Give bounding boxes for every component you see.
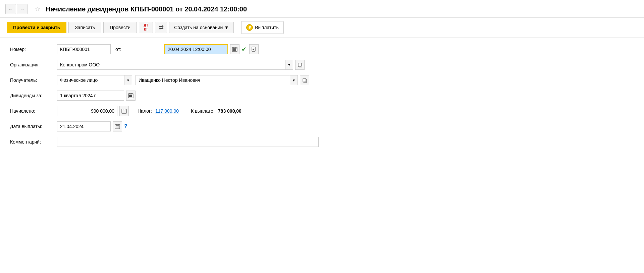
org-dropdown-button[interactable]: ▼ — [285, 60, 293, 70]
svg-rect-8 — [233, 48, 236, 49]
back-button[interactable]: ← — [5, 4, 16, 14]
svg-rect-53 — [116, 124, 117, 125]
row-accrued: Начислено: — [10, 106, 634, 116]
dt-label: ДТ — [144, 23, 148, 28]
label-org: Организация: — [10, 62, 57, 67]
controls-dividends-for — [57, 91, 634, 101]
label-dividends-for: Дивиденды за: — [10, 93, 57, 98]
recipient-type-container: ▼ — [57, 75, 132, 85]
svg-rect-52 — [118, 127, 118, 128]
comment-input[interactable] — [57, 137, 319, 147]
svg-rect-48 — [117, 126, 117, 127]
forward-button[interactable]: → — [17, 4, 28, 14]
pay-button[interactable]: ₽ Выплатить — [241, 21, 284, 34]
post-and-close-button[interactable]: Провести и закрыть — [7, 22, 66, 33]
controls-number: от: ✔ — [57, 44, 634, 54]
controls-pay-date: ? — [57, 121, 634, 131]
svg-rect-37 — [122, 111, 123, 111]
calendar-icon-2 — [128, 93, 133, 98]
copy-icon-2 — [302, 78, 307, 83]
calendar-icon-3 — [121, 108, 127, 114]
svg-rect-34 — [131, 93, 132, 94]
svg-rect-43 — [123, 109, 123, 110]
row-org: Организация: ▼ — [10, 60, 634, 70]
doc-icon — [251, 47, 257, 52]
label-number: Номер: — [10, 47, 57, 52]
recipient-name-dropdown[interactable]: ▼ — [290, 75, 298, 85]
controls-recipient: ▼ ▼ — [57, 75, 634, 85]
svg-rect-19 — [253, 49, 255, 49]
create-basis-button[interactable]: Создать на основании ▼ — [169, 22, 234, 33]
dt-kt-button[interactable]: ДТ КТ — [139, 22, 153, 33]
svg-rect-15 — [233, 47, 234, 48]
svg-rect-47 — [116, 126, 116, 127]
recipient-name-container: ▼ — [136, 75, 298, 85]
nav-buttons: ← → — [5, 4, 28, 14]
row-recipient: Получатель: ▼ ▼ — [10, 75, 634, 85]
pay-label: Выплатить — [255, 25, 279, 30]
date-calendar-button[interactable] — [230, 44, 239, 54]
toolbar: Провести и закрыть Записать Провести ДТ … — [0, 18, 644, 38]
svg-rect-11 — [235, 49, 236, 50]
svg-rect-24 — [303, 78, 306, 82]
svg-rect-33 — [129, 93, 130, 94]
favorite-button[interactable]: ☆ — [33, 5, 42, 13]
svg-rect-10 — [234, 49, 235, 50]
accrued-calc-button[interactable] — [119, 106, 129, 116]
svg-rect-41 — [123, 112, 124, 112]
to-pay-amount: 783 000,00 — [218, 108, 241, 114]
org-input[interactable] — [57, 60, 285, 70]
controls-org: ▼ — [57, 60, 634, 70]
svg-rect-30 — [129, 96, 130, 97]
org-field-container: ▼ — [57, 60, 293, 70]
svg-rect-36 — [122, 110, 126, 110]
doc-copy-button[interactable] — [249, 44, 259, 54]
kt-label: КТ — [144, 28, 148, 32]
svg-rect-27 — [129, 95, 130, 96]
svg-rect-17 — [252, 47, 255, 51]
svg-rect-9 — [233, 49, 234, 50]
dividends-period-calendar-button[interactable] — [126, 91, 136, 101]
page-title: Начисление дивидендов КПБП-000001 от 20.… — [46, 5, 247, 13]
svg-rect-26 — [129, 95, 132, 95]
svg-rect-54 — [118, 124, 119, 125]
label-pay-date: Дата выплаты: — [10, 124, 57, 129]
svg-rect-44 — [125, 109, 125, 110]
save-button[interactable]: Записать — [68, 22, 101, 33]
title-bar: ← → ☆ Начисление дивидендов КПБП-000001 … — [0, 0, 644, 18]
post-button[interactable]: Провести — [103, 22, 137, 33]
pay-date-input[interactable] — [57, 121, 111, 131]
label-to-pay: К выплате: — [191, 108, 215, 114]
label-from: от: — [115, 47, 162, 52]
pay-date-calendar-button[interactable] — [113, 121, 122, 131]
controls-comment — [57, 137, 634, 147]
row-number: Номер: от: — [10, 44, 634, 54]
create-basis-chevron: ▼ — [224, 25, 229, 30]
svg-rect-50 — [116, 127, 116, 128]
coin-icon: ₽ — [246, 24, 253, 31]
svg-rect-42 — [124, 112, 125, 112]
row-pay-date: Дата выплаты: — [10, 121, 634, 131]
org-copy-button[interactable] — [295, 60, 305, 70]
create-basis-label: Создать на основании — [174, 25, 223, 30]
doc-date-input[interactable] — [164, 44, 228, 54]
svg-rect-14 — [235, 50, 236, 51]
main-window: ← → ☆ Начисление дивидендов КПБП-000001 … — [0, 0, 644, 273]
confirm-date-icon[interactable]: ✔ — [241, 46, 247, 53]
recipient-type-dropdown[interactable]: ▼ — [124, 75, 132, 85]
label-tax: Налог: — [138, 108, 152, 114]
svg-rect-18 — [253, 48, 255, 48]
tax-amount-link[interactable]: 117 000,00 — [155, 108, 179, 114]
recipient-name-input[interactable] — [136, 75, 290, 85]
svg-rect-13 — [234, 50, 235, 51]
label-comment: Комментарий: — [10, 139, 57, 145]
accrued-amount-input[interactable] — [57, 106, 117, 116]
recipient-type-input[interactable] — [57, 75, 124, 85]
svg-rect-38 — [123, 111, 124, 111]
swap-button[interactable]: ⇄ — [155, 22, 167, 33]
dividends-period-input[interactable] — [57, 91, 124, 101]
doc-number-input[interactable] — [57, 44, 111, 54]
recipient-copy-button[interactable] — [300, 75, 309, 85]
pay-date-help-icon[interactable]: ? — [124, 123, 127, 129]
svg-rect-39 — [124, 111, 125, 111]
